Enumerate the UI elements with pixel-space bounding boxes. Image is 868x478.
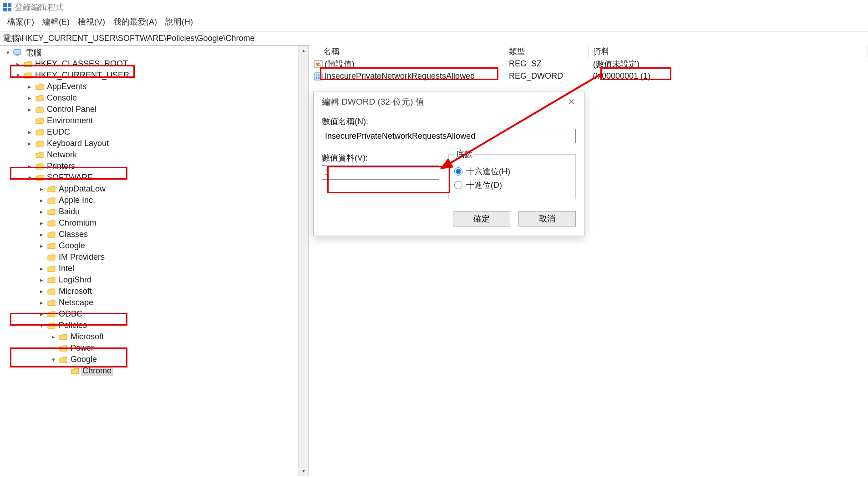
menubar: 檔案(F) 編輯(E) 檢視(V) 我的最愛(A) 說明(H) <box>0 14 868 31</box>
value-data-input[interactable] <box>322 165 439 180</box>
ok-button[interactable]: 確定 <box>453 211 510 226</box>
chevron-down-icon[interactable]: ▾ <box>50 356 57 363</box>
menu-favorites[interactable]: 我的最愛(A) <box>112 15 159 28</box>
chevron-right-icon[interactable]: ▸ <box>38 231 46 238</box>
tree-improviders[interactable]: ▸IM Providers <box>3 252 298 263</box>
tree-google-sw[interactable]: ▸Google <box>3 240 298 252</box>
tree-scrollbar[interactable]: ▴ ▾ <box>298 45 308 476</box>
tree-intel[interactable]: ▸Intel <box>3 263 298 274</box>
tree-chromium[interactable]: ▸Chromium <box>3 217 298 229</box>
value-row-insecure[interactable]: 011110 InsecurePrivateNetworkRequestsAll… <box>309 70 868 82</box>
tree-policies-microsoft[interactable]: ▸Microsoft <box>3 331 298 342</box>
tree-chrome-key[interactable]: ▸Chrome <box>3 365 298 377</box>
svg-text:ab: ab <box>315 62 321 67</box>
chevron-right-icon[interactable]: ▸ <box>38 242 46 249</box>
cancel-button[interactable]: 取消 <box>518 211 576 226</box>
chevron-down-icon[interactable]: ▾ <box>26 174 34 181</box>
chevron-right-icon[interactable]: ▸ <box>38 277 46 283</box>
chevron-right-icon[interactable]: ▸ <box>38 186 46 192</box>
chevron-right-icon[interactable]: ▸ <box>38 311 46 317</box>
chevron-right-icon[interactable]: ▸ <box>38 265 46 272</box>
chevron-right-icon[interactable]: ▸ <box>38 299 46 306</box>
scroll-down-icon[interactable]: ▾ <box>299 466 309 476</box>
dialog-titlebar[interactable]: 編輯 DWORD (32-位元) 值 ✕ <box>314 91 584 112</box>
tree-controlpanel[interactable]: ▸Control Panel <box>3 104 298 115</box>
tree-logishrd[interactable]: ▸LogiShrd <box>3 274 298 286</box>
tree-apple[interactable]: ▸Apple Inc. <box>3 195 298 206</box>
chevron-right-icon[interactable]: ▸ <box>26 83 34 90</box>
tree-root-computer[interactable]: ▾ 電腦 <box>3 47 298 58</box>
tree-appevents[interactable]: ▸AppEvents <box>3 81 298 92</box>
app-title: 登錄編輯程式 <box>15 2 64 13</box>
chevron-right-icon[interactable]: ▸ <box>38 220 46 226</box>
col-header-data[interactable]: 資料 <box>589 45 868 58</box>
data-label: 數值資料(V): <box>322 152 439 163</box>
radio-dec[interactable]: 十進位(D) <box>454 180 570 191</box>
folder-icon <box>71 367 80 375</box>
tree-eudc[interactable]: ▸EUDC <box>3 126 298 138</box>
chevron-down-icon[interactable]: ▾ <box>4 49 12 56</box>
chevron-right-icon[interactable]: ▸ <box>26 106 34 113</box>
tree-keyboard[interactable]: ▸Keyboard Layout <box>3 138 298 149</box>
menu-view[interactable]: 檢視(V) <box>76 15 107 28</box>
scroll-up-icon[interactable]: ▴ <box>299 45 309 55</box>
tree-environment[interactable]: ▸Environment <box>3 115 298 126</box>
chevron-right-icon[interactable]: ▸ <box>38 208 46 215</box>
tree-label: Baidu <box>57 207 81 216</box>
folder-icon <box>47 322 56 330</box>
tree-classes[interactable]: ▸Classes <box>3 229 298 240</box>
value-type: REG_SZ <box>504 59 589 69</box>
col-header-type[interactable]: 類型 <box>504 45 589 58</box>
app-icon <box>3 3 12 12</box>
radio-hex[interactable]: 十六進位(H) <box>454 166 570 177</box>
radio-hex-label: 十六進位(H) <box>466 166 510 177</box>
registry-tree[interactable]: ▾ 電腦 ▸ HKEY_CLASSES_ROOT ▾ HKEY_CURRENT_… <box>0 45 298 378</box>
chevron-right-icon[interactable]: ▸ <box>26 129 34 136</box>
folder-icon <box>35 140 44 148</box>
folder-icon <box>35 83 44 91</box>
tree-policies-power[interactable]: ▸Power <box>3 342 298 354</box>
folder-icon <box>59 356 68 364</box>
tree-microsoft-sw[interactable]: ▸Microsoft <box>3 286 298 297</box>
tree-network[interactable]: ▸Network <box>3 149 298 161</box>
tree-label: ODBC <box>57 309 84 319</box>
menu-help[interactable]: 說明(H) <box>163 15 195 28</box>
chevron-right-icon[interactable]: ▸ <box>26 163 34 170</box>
name-label: 數值名稱(N): <box>322 116 576 127</box>
folder-icon <box>47 299 56 307</box>
chevron-right-icon[interactable]: ▸ <box>26 95 34 101</box>
col-header-name[interactable]: 名稱 <box>309 45 504 58</box>
radio-dec-input[interactable] <box>454 181 462 189</box>
tree-hkcu[interactable]: ▾ HKEY_CURRENT_USER <box>3 70 298 81</box>
close-icon[interactable]: ✕ <box>565 96 578 108</box>
folder-icon <box>59 344 68 352</box>
chevron-right-icon[interactable]: ▸ <box>50 333 57 340</box>
chevron-right-icon[interactable]: ▸ <box>26 140 34 147</box>
value-data: (數值未設定) <box>589 59 868 70</box>
chevron-down-icon[interactable]: ▾ <box>14 72 22 79</box>
tree-printers[interactable]: ▸Printers <box>3 161 298 172</box>
tree-netscape[interactable]: ▸Netscape <box>3 297 298 308</box>
tree-label: SOFTWARE <box>46 173 94 182</box>
tree-appdatalow[interactable]: ▸AppDataLow <box>3 183 298 195</box>
menu-edit[interactable]: 編輯(E) <box>41 15 71 28</box>
tree-hkcr[interactable]: ▸ HKEY_CLASSES_ROOT <box>3 58 298 70</box>
tree-console[interactable]: ▸Console <box>3 92 298 104</box>
chevron-down-icon[interactable]: ▾ <box>38 322 46 329</box>
menu-file[interactable]: 檔案(F) <box>5 15 36 28</box>
radio-hex-input[interactable] <box>454 167 462 176</box>
tree-odbc[interactable]: ▸ODBC <box>3 308 298 320</box>
folder-icon <box>35 151 44 159</box>
value-row-default[interactable]: ab (預設值) REG_SZ (數值未設定) <box>309 58 868 70</box>
tree-policies-google[interactable]: ▾Google <box>3 354 298 365</box>
chevron-right-icon[interactable]: ▸ <box>38 197 46 204</box>
address-bar[interactable]: 電腦\HKEY_CURRENT_USER\SOFTWARE\Policies\G… <box>0 31 868 45</box>
tree-label: Microsoft <box>69 332 105 342</box>
chevron-right-icon[interactable]: ▸ <box>14 60 22 67</box>
tree-baidu[interactable]: ▸Baidu <box>3 206 298 217</box>
value-name-input[interactable] <box>322 129 576 143</box>
tree-policies[interactable]: ▾Policies <box>3 320 298 331</box>
chevron-right-icon[interactable]: ▸ <box>38 288 46 295</box>
svg-rect-2 <box>3 8 7 11</box>
tree-software[interactable]: ▾SOFTWARE <box>3 172 298 183</box>
